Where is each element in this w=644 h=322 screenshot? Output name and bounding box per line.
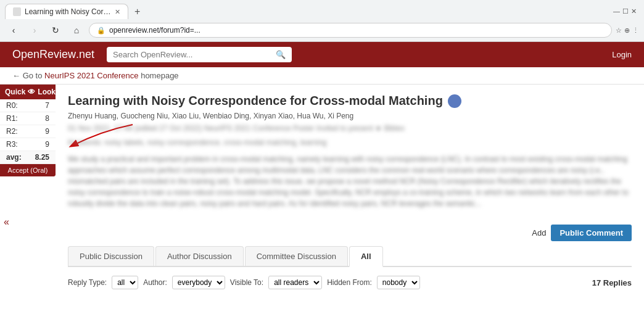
add-comment-bar: Add Public Comment [68, 225, 632, 241]
author-select[interactable]: everybody [172, 276, 225, 289]
reload-button[interactable]: ↻ [47, 22, 64, 39]
score-label-avg: avg: [6, 153, 22, 162]
paper-authors: Zhenyu Huang, Guocheng Niu, Xiao Liu, We… [68, 112, 632, 120]
search-input[interactable] [113, 50, 272, 59]
breadcrumb-suffix: homepage [141, 71, 178, 80]
score-label-r2: R2: [6, 127, 18, 136]
visible-to-select[interactable]: all readers [268, 276, 322, 289]
url-text: openreview.net/forum?id=... [109, 26, 604, 35]
reply-type-label: Reply Type: [68, 278, 107, 287]
back-arrows-button[interactable]: « [0, 214, 13, 230]
score-label-r1: R1: [6, 114, 18, 123]
filter-bar: Reply Type: all Author: everybody Visibl… [68, 273, 632, 292]
site-header: OpenReview.net 🔍 Login [0, 42, 644, 67]
browser-controls: ‹ › ↻ ⌂ 🔒 openreview.net/forum?id=... ☆ … [0, 19, 644, 41]
lock-icon: 🔒 [97, 27, 105, 35]
quick-look-text: Quick [5, 88, 25, 96]
paper-abstract: We study a practical and important probl… [68, 154, 632, 209]
new-tab-button[interactable]: + [131, 6, 144, 17]
score-row-r0: R0: 7 [0, 99, 56, 112]
score-value-r0: 7 [45, 101, 49, 110]
replies-count: 17 Replies [592, 278, 632, 287]
tab-all[interactable]: All [349, 246, 383, 267]
score-row-r2: R2: 9 [0, 125, 56, 138]
extensions-icon[interactable]: ⊕ [624, 27, 630, 35]
paper-meta: 01 Nov 2021, 17:49 (edited 27 Oct 2022) … [68, 123, 632, 134]
look-text: Look [38, 88, 56, 96]
reply-type-select[interactable]: all [112, 276, 138, 289]
score-label-r3: R3: [6, 140, 18, 149]
score-value-r2: 9 [45, 127, 49, 136]
menu-icon[interactable]: ⋮ [632, 27, 639, 35]
window-minimize[interactable]: — [613, 7, 620, 15]
breadcrumb-arrow: ← [12, 71, 20, 80]
discussion-tabs: Public Discussion Author Discussion Comm… [68, 246, 632, 267]
accept-label: Accept (Oral) [0, 164, 56, 176]
author-label: Author: [143, 278, 167, 287]
paper-keywords: Keywords: noisy labels, noisy correspond… [68, 137, 632, 149]
back-button[interactable]: ‹ [5, 22, 22, 39]
score-row-r1: R1: 8 [0, 112, 56, 125]
hidden-from-label: Hidden From: [327, 278, 372, 287]
eye-icon: 👁 [28, 88, 35, 96]
paper-link-icon [448, 94, 461, 108]
score-value-avg: 8.25 [35, 153, 49, 162]
browser-chrome: Learning with Noisy Corres... ✕ + — ☐ ✕ … [0, 0, 644, 42]
authors-text: Zhenyu Huang, Guocheng Niu, Xiao Liu, We… [68, 112, 353, 120]
window-maximize[interactable]: ☐ [622, 7, 629, 15]
window-close[interactable]: ✕ [631, 7, 637, 15]
score-row-r3: R3: 9 [0, 138, 56, 151]
add-public-comment-button[interactable]: Public Comment [551, 225, 632, 241]
tab-author-discussion[interactable]: Author Discussion [155, 246, 244, 266]
login-button[interactable]: Login [612, 50, 632, 59]
logo-bold: OpenReview [12, 48, 76, 60]
score-row-avg: avg: 8.25 [0, 151, 56, 164]
main-content: Quick 👁 Look R0: 7 R1: 8 R2: 9 R3: 9 avg… [0, 85, 644, 218]
abstract-text: We study a practical and important probl… [68, 155, 629, 208]
quick-look-panel: Quick 👁 Look R0: 7 R1: 8 R2: 9 R3: 9 avg… [0, 85, 56, 176]
home-button[interactable]: ⌂ [68, 22, 85, 39]
paper-title-text: Learning with Noisy Correspondence for C… [68, 94, 443, 108]
paper-title: Learning with Noisy Correspondence for C… [68, 94, 632, 108]
search-icon: 🔍 [276, 50, 286, 59]
score-value-r1: 8 [45, 114, 49, 123]
quick-look-body: R0: 7 R1: 8 R2: 9 R3: 9 avg: 8.25 [0, 99, 56, 164]
active-tab[interactable]: Learning with Noisy Corres... ✕ [5, 4, 128, 19]
forward-button[interactable]: › [26, 22, 43, 39]
conference-link[interactable]: NeurIPS 2021 Conference [44, 71, 138, 80]
hidden-from-select[interactable]: nobody [377, 276, 420, 289]
tab-title: Learning with Noisy Corres... [25, 7, 111, 16]
browser-actions: ☆ ⊕ ⋮ [616, 27, 639, 35]
quick-look-title: Quick 👁 Look [0, 85, 56, 99]
score-label-r0: R0: [6, 101, 18, 110]
paper-meta-text: 01 Nov 2021, 17:49 (edited 27 Oct 2022) … [68, 124, 405, 133]
visible-to-label: Visible To: [230, 278, 263, 287]
breadcrumb-prefix: Go to [23, 71, 44, 80]
tab-close-button[interactable]: ✕ [115, 8, 120, 16]
tab-bar: Learning with Noisy Corres... ✕ + — ☐ ✕ [0, 0, 644, 19]
tab-committee-discussion[interactable]: Committee Discussion [245, 246, 348, 266]
comments-section: Add Public Comment Public Discussion Aut… [0, 225, 644, 292]
tab-public-discussion[interactable]: Public Discussion [68, 246, 154, 266]
tab-favicon [13, 7, 21, 16]
bookmark-icon[interactable]: ☆ [616, 27, 622, 35]
address-bar[interactable]: 🔒 openreview.net/forum?id=... [89, 23, 612, 38]
logo-normal: .net [76, 48, 94, 60]
site-logo[interactable]: OpenReview.net [12, 48, 94, 61]
score-value-r3: 9 [45, 140, 49, 149]
add-label: Add [532, 228, 546, 237]
search-bar[interactable]: 🔍 [107, 47, 292, 62]
breadcrumb: ← Go to NeurIPS 2021 Conference homepage [0, 67, 644, 85]
keywords-text: Keywords: noisy labels, noisy correspond… [68, 138, 327, 147]
